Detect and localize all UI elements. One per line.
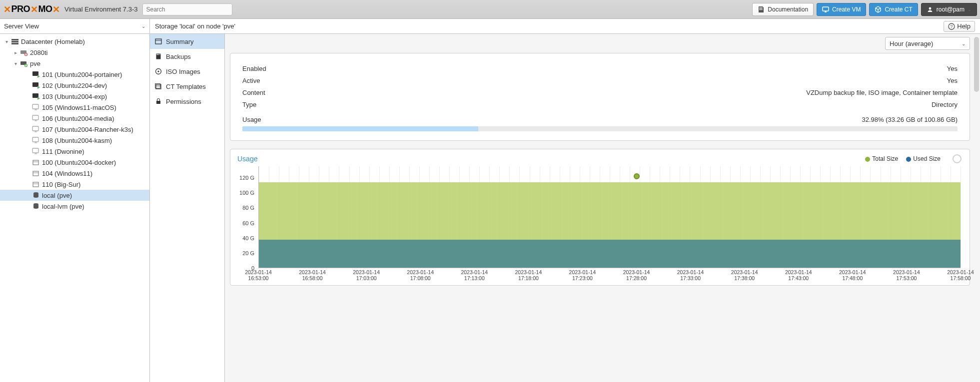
y-tick-label: 120 G xyxy=(239,175,254,181)
user-menu-button[interactable]: root@pam ⌄ xyxy=(921,3,977,16)
x-tick-label: 2023-01-1417:38:00 xyxy=(731,269,758,281)
tree-node-label: local (pve) xyxy=(41,192,72,199)
user-icon xyxy=(927,6,934,13)
status-key: Type xyxy=(242,101,256,108)
legend-total[interactable]: Total Size xyxy=(865,155,898,162)
status-row: TypeDirectory xyxy=(242,98,958,110)
scrollbar[interactable] xyxy=(973,34,979,382)
tree-node-label: 110 (Big-Sur) xyxy=(41,181,80,188)
x-tick-label: 2023-01-1417:58:00 xyxy=(947,269,974,281)
x-tick-label: 2023-01-1417:13:00 xyxy=(461,269,488,281)
chevron-down-icon: ⌄ xyxy=(141,23,145,29)
legend-used[interactable]: Used Size xyxy=(906,155,941,162)
tree-node[interactable]: 101 (Ubuntu2004-portainer) xyxy=(0,69,149,80)
tab-permissions[interactable]: Permissions xyxy=(150,94,224,109)
chart-settings-icon[interactable] xyxy=(953,154,962,163)
status-row: EnabledYes xyxy=(242,62,958,74)
storage-icon xyxy=(31,202,41,210)
usage-bar xyxy=(242,126,958,131)
tree-node[interactable]: 100 (Ubuntu2004-docker) xyxy=(0,157,149,168)
expand-toggle[interactable]: ▾ xyxy=(3,39,10,44)
ct-icon xyxy=(31,180,41,188)
tree-node[interactable]: 106 (Ubuntu2004-media) xyxy=(0,113,149,124)
tab-ct-templates[interactable]: CT Templates xyxy=(150,79,224,94)
tree-node-label: 102 (Ubuntu2204-dev) xyxy=(41,82,107,89)
tree-node[interactable]: 107 (Ubuntu2004-Rancher-k3s) xyxy=(0,124,149,135)
ct-tpl-icon xyxy=(155,83,162,90)
tree-node-label: 103 (Ubuntu2004-exp) xyxy=(41,93,107,100)
tree-node[interactable]: 108 (Ubuntu2004-kasm) xyxy=(0,135,149,146)
scrollbar-thumb[interactable] xyxy=(974,37,979,92)
status-row: ActiveYes xyxy=(242,74,958,86)
create-vm-button[interactable]: Create VM xyxy=(817,3,866,16)
x-tick-label: 2023-01-1417:28:00 xyxy=(623,269,650,281)
tree-node-label: 111 (Dwonine) xyxy=(41,148,84,155)
x-tick-label: 2023-01-1417:08:00 xyxy=(407,269,434,281)
vm-off-icon xyxy=(31,136,41,144)
usage-text: 32.98% (33.26 GB of 100.86 GB) xyxy=(862,116,958,123)
x-tick-label: 2023-01-1417:48:00 xyxy=(839,269,866,281)
help-icon: ? xyxy=(948,23,955,30)
status-key: Active xyxy=(242,77,260,84)
svg-rect-24 xyxy=(155,39,161,44)
tree-node[interactable]: 110 (Big-Sur) xyxy=(0,179,149,190)
tree-node[interactable]: ▾pve xyxy=(0,58,149,69)
ct-icon xyxy=(31,158,41,166)
create-ct-button[interactable]: Create CT xyxy=(869,3,918,16)
help-button[interactable]: ? Help xyxy=(944,21,975,32)
tree-node[interactable]: 103 (Ubuntu2004-exp) xyxy=(0,91,149,102)
expand-toggle[interactable]: ▾ xyxy=(12,61,19,66)
y-tick-label: 80 G xyxy=(242,205,254,211)
status-panel: EnabledYesActiveYesContentVZDump backup … xyxy=(230,53,970,141)
tab-label: Backups xyxy=(166,53,191,60)
vm-off-icon xyxy=(31,147,41,155)
x-tick-label: 2023-01-1416:53:00 xyxy=(245,269,272,281)
chart-plot-area[interactable]: 020 G40 G60 G80 G100 G120 G2023-01-1416:… xyxy=(258,166,961,281)
tree-node[interactable]: 104 (Windows11) xyxy=(0,168,149,179)
search-box[interactable] xyxy=(142,3,232,15)
status-value: Directory xyxy=(932,101,958,108)
documentation-button[interactable]: Documentation xyxy=(752,3,814,16)
view-selector[interactable]: Server View ⌄ xyxy=(0,19,150,34)
tree-node-label: pve xyxy=(29,60,40,67)
x-tick-label: 2023-01-1417:53:00 xyxy=(893,269,920,281)
y-tick-label: 20 G xyxy=(242,250,254,256)
y-tick-label: 40 G xyxy=(242,235,254,241)
chart-title: Usage xyxy=(237,155,257,163)
tree-node[interactable]: 111 (Dwonine) xyxy=(0,146,149,157)
user-label: root@pam xyxy=(937,6,965,13)
svg-rect-19 xyxy=(33,160,38,165)
expand-toggle[interactable]: ▸ xyxy=(12,50,19,55)
tree-node[interactable]: local-lvm (pve) xyxy=(0,201,149,212)
tree-node-label: 106 (Ubuntu2004-media) xyxy=(41,115,114,122)
svg-rect-5 xyxy=(11,41,18,42)
vm-off-icon xyxy=(31,125,41,133)
tree-node[interactable]: local (pve) xyxy=(0,190,149,201)
timerange-combo[interactable]: Hour (average) ⌄ xyxy=(885,37,970,50)
tree-node[interactable]: 105 (Windows11-macOS) xyxy=(0,102,149,113)
view-selector-label: Server View xyxy=(4,22,39,30)
x-axis: 2023-01-1416:53:002023-01-1416:58:002023… xyxy=(258,268,961,281)
status-key: Content xyxy=(242,89,265,96)
search-input[interactable] xyxy=(142,3,232,15)
datacenter-icon xyxy=(10,37,20,45)
tree-node[interactable]: ▾Datacenter (Homelab) xyxy=(0,36,149,47)
svg-point-22 xyxy=(33,192,38,194)
vm-off-icon xyxy=(31,114,41,122)
tree-node-label: 105 (Windows11-macOS) xyxy=(41,104,116,111)
vm-off-icon xyxy=(31,103,41,111)
x-tick-label: 2023-01-1417:33:00 xyxy=(677,269,704,281)
status-value: VZDump backup file, ISO image, Container… xyxy=(806,89,958,96)
x-tick-label: 2023-01-1417:23:00 xyxy=(569,269,596,281)
resource-tree[interactable]: ▾Datacenter (Homelab)▸2080ti▾pve101 (Ubu… xyxy=(0,34,150,382)
tab-backups[interactable]: Backups xyxy=(150,49,224,64)
svg-rect-18 xyxy=(32,148,38,153)
usage-chart-panel: Usage Total Size Used Size 020 G40 G60 G… xyxy=(230,149,970,286)
tab-iso-images[interactable]: ISO Images xyxy=(150,64,224,79)
tree-node[interactable]: 102 (Ubuntu2204-dev) xyxy=(0,80,149,91)
tree-node[interactable]: ▸2080ti xyxy=(0,47,149,58)
node-up-icon xyxy=(19,59,29,67)
tree-node-label: 107 (Ubuntu2004-Rancher-k3s) xyxy=(41,126,133,133)
status-row: ContentVZDump backup file, ISO image, Co… xyxy=(242,86,958,98)
tab-summary[interactable]: Summary xyxy=(150,34,224,49)
